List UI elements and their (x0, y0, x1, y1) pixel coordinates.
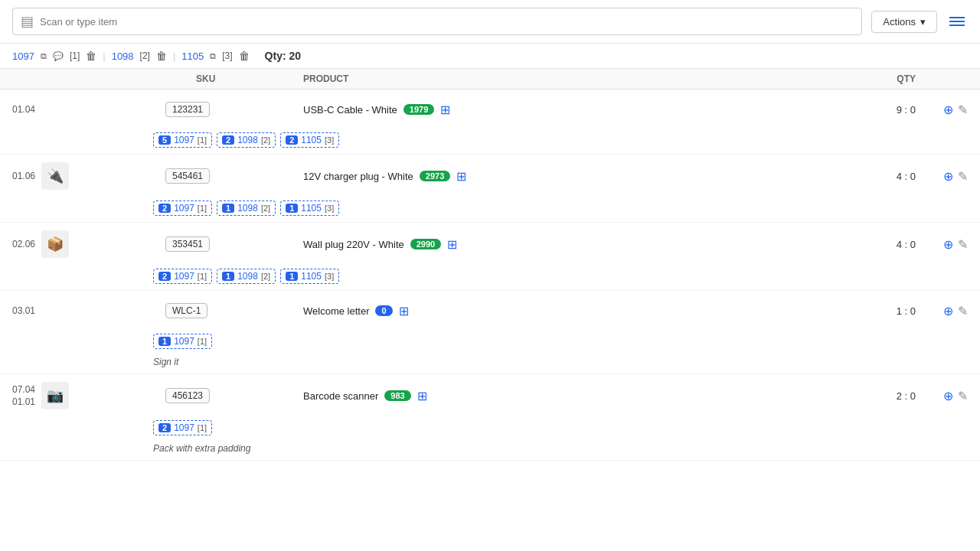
tab-1097[interactable]: 1097 (12, 51, 34, 62)
row-location: 01.06 (12, 171, 35, 181)
product-name: USB-C Cable - White (303, 104, 397, 116)
order-tag: 11105[3] (280, 269, 339, 284)
row-order-tags: 51097[1] 21098[2] 21105[3] (0, 129, 980, 154)
row-location: 03.01 (12, 305, 35, 316)
row-order-tags: 11097[1] (0, 331, 980, 355)
tab-1105[interactable]: 1105 (181, 51, 204, 62)
row-note: Sign it (0, 355, 980, 373)
order-tag: 21097[1] (153, 201, 212, 216)
col-header-qty: Qty (830, 73, 922, 84)
tab-count-1098: [2] (140, 51, 150, 61)
row-qty: 4 : 0 (830, 171, 922, 182)
order-tag: 11098[2] (217, 269, 276, 284)
table-row: 01.04 123231 USB-C Cable - White 1979 ⊞ … (0, 90, 980, 155)
order-tabs: 1097 ⧉ 💬 [1] 🗑 | 1098 [2] 🗑 | 1105 ⧉ [3]… (0, 44, 980, 69)
product-image: 📦 (41, 230, 69, 258)
product-tag: 2973 (420, 171, 450, 181)
tab-1098[interactable]: 1098 (112, 51, 134, 62)
tab-count-1097: [1] (70, 51, 80, 61)
col-header-sku: SKU (165, 73, 303, 84)
add-qty-button[interactable]: ⊕ (943, 389, 953, 403)
edit-row-button[interactable]: ✎ (958, 389, 968, 403)
expand-product-button[interactable]: ⊞ (447, 237, 457, 252)
delete-icon-1098[interactable]: 🗑 (156, 50, 167, 62)
product-list: 01.04 123231 USB-C Cable - White 1979 ⊞ … (0, 90, 980, 461)
add-qty-button[interactable]: ⊕ (943, 169, 953, 184)
actions-label: Actions (883, 16, 916, 28)
sku-badge: 353451 (165, 236, 210, 252)
expand-product-button[interactable]: ⊞ (399, 304, 409, 318)
sku-badge: WLC-1 (165, 303, 207, 318)
product-name: 12V charger plug - White (303, 171, 413, 182)
row-location: 01.04 (12, 104, 35, 115)
row-qty: 2 : 0 (830, 390, 922, 402)
chevron-down-icon: ▾ (920, 16, 926, 28)
copy-icon-1097[interactable]: ⧉ (41, 51, 47, 61)
expand-product-button[interactable]: ⊞ (456, 169, 466, 184)
top-bar: ▤ Actions ▾ (0, 0, 980, 44)
tab-count-1105: [3] (222, 51, 232, 61)
order-tag: 21097[1] (153, 269, 212, 284)
product-image: 🔌 (41, 162, 69, 190)
sku-badge: 545461 (165, 168, 210, 184)
delete-icon-1097[interactable]: 🗑 (86, 50, 96, 62)
table-row: 02.06 📦 353451 Wall plug 220V - White 29… (0, 223, 980, 291)
order-tag: 21098[2] (217, 132, 276, 148)
add-qty-button[interactable]: ⊕ (943, 237, 953, 252)
col-header-product: Product (303, 73, 830, 84)
table-header: SKU Product Qty (0, 69, 980, 90)
add-qty-button[interactable]: ⊕ (943, 103, 953, 117)
hamburger-menu[interactable] (946, 14, 968, 29)
product-name: Welcome letter (303, 305, 369, 317)
product-tag: 1979 (403, 104, 434, 115)
actions-button[interactable]: Actions ▾ (871, 11, 937, 33)
qty-total: Qty: 20 (265, 50, 301, 62)
table-row: 07.0401.01 📷 456123 Barcode scanner 983 … (0, 374, 980, 461)
row-note: Pack with extra padding (0, 442, 980, 460)
product-name: Barcode scanner (303, 390, 378, 402)
expand-product-button[interactable]: ⊞ (417, 389, 427, 403)
row-location: 02.06 (12, 239, 35, 249)
table-row: 03.01 WLC-1 Welcome letter 0 ⊞ 1 : 0 ⊕ ✎… (0, 291, 980, 374)
row-order-tags: 21097[1] 11098[2] 11105[3] (0, 266, 980, 290)
product-tag: 0 (375, 305, 392, 316)
comment-icon-1097[interactable]: 💬 (53, 51, 64, 61)
col-header-actions (922, 73, 968, 84)
order-tag: 21105[3] (280, 132, 339, 148)
order-tag: 11097[1] (153, 334, 212, 349)
row-order-tags: 21097[1] 11098[2] 11105[3] (0, 197, 980, 222)
order-tag: 21097[1] (153, 420, 212, 435)
copy-icon-1105[interactable]: ⧉ (210, 51, 216, 61)
row-qty: 4 : 0 (830, 239, 922, 250)
add-qty-button[interactable]: ⊕ (943, 304, 953, 318)
product-tag: 983 (384, 390, 410, 401)
product-name: Wall plug 220V - White (303, 239, 404, 250)
edit-row-button[interactable]: ✎ (958, 169, 968, 184)
product-image: 📷 (41, 382, 69, 409)
edit-row-button[interactable]: ✎ (958, 304, 968, 318)
scan-input-wrap: ▤ (12, 8, 862, 35)
edit-row-button[interactable]: ✎ (958, 237, 968, 252)
row-location: 07.0401.01 (12, 384, 35, 407)
sku-badge: 123231 (165, 102, 210, 117)
edit-row-button[interactable]: ✎ (958, 103, 968, 117)
row-qty: 9 : 0 (830, 104, 922, 116)
scan-input[interactable] (40, 16, 854, 28)
expand-product-button[interactable]: ⊞ (440, 103, 450, 117)
delete-icon-1105[interactable]: 🗑 (239, 50, 250, 62)
col-header-loc (12, 73, 165, 84)
row-order-tags: 21097[1] (0, 417, 980, 442)
order-tag: 11098[2] (217, 201, 276, 216)
sku-badge: 456123 (165, 388, 210, 403)
order-tag: 11105[3] (280, 201, 339, 216)
table-row: 01.06 🔌 545461 12V charger plug - White … (0, 155, 980, 223)
product-tag: 2990 (410, 239, 441, 249)
order-tag: 51097[1] (153, 132, 212, 148)
barcode-icon: ▤ (21, 13, 34, 30)
row-qty: 1 : 0 (830, 305, 922, 317)
